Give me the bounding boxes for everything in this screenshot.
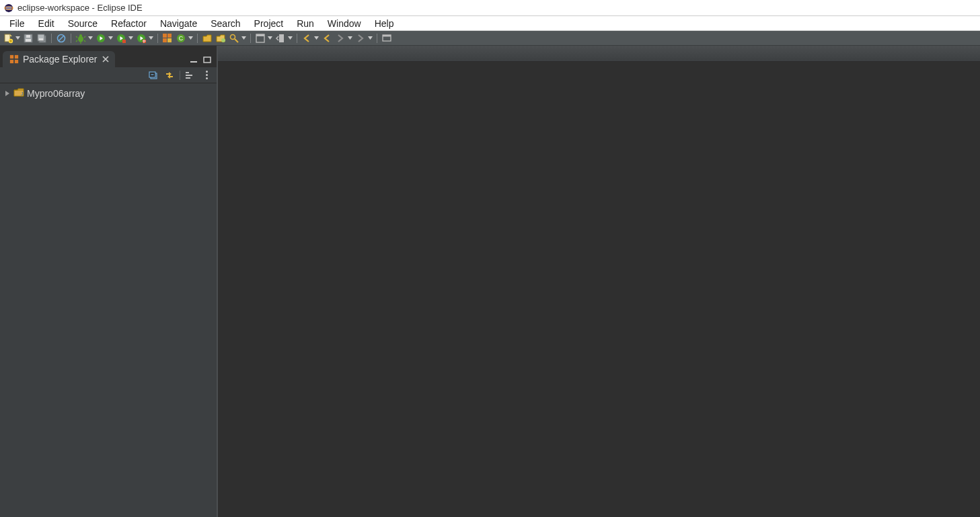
new-class-button[interactable]: C (175, 32, 187, 44)
debug-button[interactable] (75, 32, 87, 44)
svg-rect-30 (279, 34, 284, 42)
filter-icon (185, 71, 196, 80)
svg-rect-8 (26, 35, 30, 38)
close-icon (102, 56, 109, 63)
search-button-dropdown[interactable] (241, 32, 246, 44)
svg-rect-2 (6, 7, 12, 7)
dot-icon (206, 74, 208, 76)
menu-navigate[interactable]: Navigate (153, 17, 204, 30)
svg-point-26 (221, 38, 225, 42)
new-class-button-dropdown[interactable] (188, 32, 193, 44)
nav-forward2-button[interactable] (354, 32, 367, 44)
view-toolbar (0, 67, 217, 83)
view-tabbar: Package Explorer (0, 46, 217, 67)
svg-point-27 (231, 34, 235, 39)
debug-button-dropdown[interactable] (87, 32, 93, 44)
focus-active-task-button[interactable] (184, 69, 196, 81)
collapse-all-button[interactable] (147, 69, 159, 81)
toolbar-separator (197, 34, 198, 43)
svg-text:J: J (21, 91, 24, 96)
pin-editor-button[interactable] (381, 32, 393, 44)
external-tools-button[interactable] (135, 32, 147, 44)
expand-arrow-icon[interactable] (4, 90, 11, 97)
new-package-button[interactable] (161, 32, 174, 44)
goto-annotation-button-dropdown[interactable] (287, 32, 293, 44)
view-title: Package Explorer (23, 54, 98, 65)
menubar: File Edit Source Refactor Navigate Searc… (0, 16, 980, 31)
svg-rect-22 (163, 38, 167, 42)
menu-window[interactable]: Window (321, 17, 368, 30)
dot-icon (206, 71, 208, 73)
nav-forward-button[interactable] (334, 32, 346, 44)
open-task-button[interactable] (215, 32, 227, 44)
save-button[interactable] (22, 32, 34, 44)
window-title: eclipse-workspace - Eclipse IDE (17, 3, 143, 13)
package-explorer-tab[interactable]: Package Explorer (3, 51, 115, 67)
save-all-button[interactable] (36, 32, 48, 44)
svg-rect-38 (204, 57, 211, 63)
run-button[interactable] (95, 32, 107, 44)
window-titlebar: eclipse-workspace - Eclipse IDE (0, 0, 980, 16)
toggle-editor-button-dropdown[interactable] (267, 32, 272, 44)
project-label: Mypro06array (27, 88, 85, 99)
run-button-dropdown[interactable] (108, 32, 113, 44)
svg-rect-11 (39, 38, 43, 40)
editor-tabstrip[interactable] (218, 46, 980, 62)
svg-rect-21 (167, 34, 172, 38)
skip-breakpoints-button[interactable] (55, 32, 67, 44)
menu-edit[interactable]: Edit (32, 17, 61, 30)
coverage-button[interactable] (115, 32, 127, 44)
svg-rect-36 (15, 60, 18, 63)
nav-back-button-dropdown[interactable] (313, 32, 319, 44)
external-tools-button-dropdown[interactable] (148, 32, 153, 44)
goto-annotation-button[interactable] (274, 32, 287, 44)
search-button[interactable] (228, 32, 240, 44)
new-button[interactable] (2, 32, 14, 44)
menu-file[interactable]: File (3, 17, 32, 30)
maximize-icon (203, 56, 211, 63)
nav-forward2-button-dropdown[interactable] (367, 32, 373, 44)
workarea: Package Explorer (0, 46, 980, 517)
svg-rect-35 (10, 60, 13, 63)
project-tree[interactable]: JMypro06array (0, 83, 217, 517)
package-explorer-icon (9, 54, 19, 64)
view-menu-button[interactable] (200, 69, 213, 81)
nav-back2-button[interactable] (321, 32, 333, 44)
toolbar-separator (157, 34, 158, 43)
toolbar-separator (250, 34, 251, 43)
close-view-button[interactable] (102, 55, 110, 63)
open-type-button[interactable] (201, 32, 213, 44)
svg-rect-20 (163, 34, 167, 38)
maximize-view-button[interactable] (203, 56, 211, 65)
svg-point-0 (5, 3, 13, 11)
dot-icon (206, 77, 208, 79)
svg-rect-23 (167, 38, 172, 42)
link-with-editor-icon (164, 71, 175, 80)
menu-project[interactable]: Project (248, 17, 291, 30)
toolbar-separator (377, 34, 377, 43)
toolbar-separator (51, 34, 52, 43)
toolbar-separator (71, 34, 71, 43)
link-with-editor-button[interactable] (163, 69, 176, 81)
coverage-button-dropdown[interactable] (128, 32, 133, 44)
minimize-view-button[interactable] (190, 56, 198, 65)
nav-back-button[interactable] (301, 32, 313, 44)
menu-search[interactable]: Search (204, 17, 247, 30)
svg-rect-19 (143, 40, 146, 43)
svg-rect-32 (383, 35, 391, 37)
menu-refactor[interactable]: Refactor (104, 17, 153, 30)
package-explorer-view: Package Explorer (0, 46, 218, 517)
minimize-icon (190, 56, 198, 63)
java-project-icon: J (13, 87, 24, 99)
view-tab-controls (190, 56, 217, 67)
svg-text:C: C (179, 35, 184, 42)
menu-help[interactable]: Help (368, 17, 401, 30)
project-row[interactable]: JMypro06array (0, 86, 217, 100)
nav-forward-button-dropdown[interactable] (347, 32, 352, 44)
new-button-dropdown[interactable] (15, 32, 20, 44)
menu-source[interactable]: Source (61, 17, 104, 30)
toggle-editor-button[interactable] (254, 32, 266, 44)
svg-rect-7 (26, 39, 31, 42)
svg-rect-17 (122, 40, 126, 43)
menu-run[interactable]: Run (290, 17, 321, 30)
